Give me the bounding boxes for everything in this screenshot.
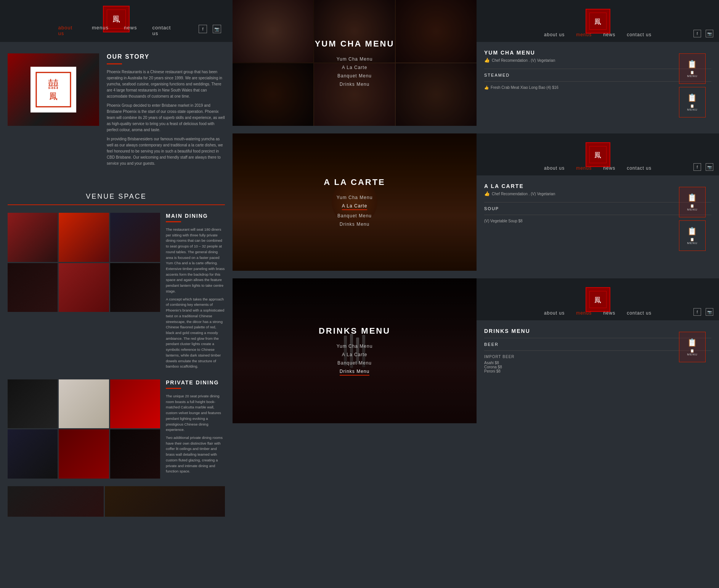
drinks-hero: DRINKS MENU Yum Cha Menu A La Carte Banq…: [233, 278, 477, 423]
alacarte-nav-yumcha[interactable]: Yum Cha Menu: [337, 195, 373, 200]
yumcha-fb-icon[interactable]: f: [693, 30, 701, 37]
drinks-fb-icon[interactable]: f: [693, 308, 701, 316]
left-social-icons: f 📷: [199, 25, 221, 33]
alacarte-rn-contact[interactable]: contact us: [627, 165, 652, 171]
nav-menus[interactable]: menus: [92, 25, 109, 36]
dining-img-6: [110, 263, 160, 312]
dining-img-1: [8, 213, 58, 262]
yumcha-ig-icon[interactable]: 📷: [706, 30, 713, 37]
alacarte-ig-icon[interactable]: 📷: [706, 163, 713, 171]
main-dining-content: MAIN DINING The restaurant will seat 180…: [166, 213, 225, 372]
story-content: OUR STORY Phoenix Restaurants is a Chine…: [107, 53, 225, 170]
alacarte-logo: 鳳: [586, 142, 610, 167]
yumcha-logo-icon: 鳳: [589, 13, 607, 30]
drinks-rn-about[interactable]: about us: [544, 310, 565, 316]
menu-card-1[interactable]: 📋 MENU: [679, 53, 706, 84]
alacarte-card-2[interactable]: 📋 MENU: [679, 220, 706, 251]
venue-section: VENUE SPACE MAIN DINING The restaurant w…: [0, 181, 233, 524]
dining-img-4: [8, 263, 58, 312]
menu-card-1-label: MENU: [687, 74, 698, 78]
drinks-category: BEER: [484, 342, 711, 347]
alacarte-menu-icons: 📋 MENU 📋 MENU: [679, 187, 706, 251]
alacarte-nav-drinks[interactable]: Drinks Menu: [340, 222, 369, 227]
drinks-right-social: f 📷: [693, 308, 713, 316]
private-img-1: [8, 379, 58, 429]
drinks-nav-banquet[interactable]: Banquet Menu: [337, 360, 372, 366]
alacarte-panel: A LA CARTE Yum Cha Menu A La Carte Banqu…: [233, 133, 719, 271]
main-dining-heading: MAIN DINING: [166, 213, 225, 219]
alacarte-card-1[interactable]: 📋 MENU: [679, 187, 706, 217]
drinks-nav-alacarte[interactable]: A La Carte: [342, 352, 368, 357]
story-logo: 囍 鳳: [30, 67, 76, 112]
left-panel: 鳳 about us menus news contact us f 📷: [0, 0, 233, 588]
story-para-3: In providing Brisbanesiders our famous m…: [107, 136, 225, 167]
alacarte-rn-about[interactable]: about us: [544, 165, 565, 171]
left-nav: about us menus news contact us: [58, 25, 175, 36]
story-para-1: Phoenix Restaurants is a Chinese restaur…: [107, 69, 225, 100]
alacarte-content-title: A LA CARTE: [484, 183, 677, 189]
drinks-nav-yumcha[interactable]: Yum Cha Menu: [337, 344, 373, 349]
yumcha-rn-contact[interactable]: contact us: [627, 32, 652, 37]
alacarte-rn-menus[interactable]: menus: [576, 165, 592, 171]
drinks-nav-drinks[interactable]: Drinks Menu: [340, 369, 369, 376]
alacarte-item: (V) Vegetable Soup $8: [484, 219, 711, 223]
svg-text:鳳: 鳳: [594, 151, 601, 159]
drinks-ig-icon[interactable]: 📷: [706, 308, 713, 316]
yumcha-nav-drinks[interactable]: Drinks Menu: [340, 82, 369, 87]
private-img-5: [59, 429, 109, 479]
drinks-rn-contact[interactable]: contact us: [627, 310, 652, 316]
yumcha-rn-menus[interactable]: menus: [576, 32, 592, 37]
private-img-4: [8, 429, 58, 479]
drinks-hero-title: DRINKS MENU: [319, 326, 390, 336]
story-logo-icon: 囍 鳳: [34, 71, 72, 109]
alacarte-item-text: (V) Vegetable Soup $8: [484, 219, 523, 223]
main-dining-divider: [166, 221, 181, 222]
yumcha-nav-yumcha[interactable]: Yum Cha Menu: [337, 56, 373, 62]
private-dining-row: PRIVATE DINING The unique 20 seat privat…: [8, 379, 225, 479]
instagram-icon[interactable]: 📷: [213, 25, 221, 33]
private-dining-heading: PRIVATE DINING: [166, 379, 225, 386]
alacarte-content: A LA CARTE 👍 Chef Recomendation . (V) Ve…: [477, 175, 719, 271]
drinks-rn-menus[interactable]: menus: [576, 310, 592, 316]
drinks-card-1-icon: 📋: [690, 349, 695, 353]
drinks-logo-icon: 鳳: [589, 291, 607, 308]
dining-img-5: [59, 263, 109, 312]
nav-contact[interactable]: contact us: [152, 25, 174, 36]
yumcha-nav-alacarte[interactable]: A La Carte: [342, 65, 368, 70]
dining-img-2: [59, 213, 109, 262]
menu-card-2[interactable]: 📋 MENU: [679, 87, 706, 117]
drinks-item-3: Peroni $8: [484, 369, 711, 373]
yumcha-menu-icons: 📋 MENU 📋 MENU: [679, 53, 706, 117]
yumcha-hero-title: YUM CHA MENU: [315, 39, 395, 49]
right-panel: YUM CHA MENU Yum Cha Menu A La Carte Ban…: [233, 0, 719, 588]
private-dining-images: [8, 379, 160, 479]
drinks-content: DRINKS MENU 📋 MENU BEER IMPORT BEER Asah…: [477, 320, 719, 423]
alacarte-card-2-label: MENU: [687, 241, 698, 245]
yumcha-rn-about[interactable]: about us: [544, 32, 565, 37]
yumcha-rn-news[interactable]: news: [603, 32, 615, 37]
alacarte-nav-alacarte[interactable]: A La Carte: [342, 203, 368, 210]
alacarte-nav-banquet[interactable]: Banquet Menu: [337, 213, 372, 218]
menu-card-1-icon: 📋: [690, 71, 695, 74]
nav-news[interactable]: news: [124, 25, 137, 36]
yumcha-item-text: Fresh Crab Meat Xiao Long Bao (4) $16: [491, 85, 559, 90]
svg-text:鳳: 鳳: [49, 92, 58, 101]
drinks-subcategory: IMPORT BEER: [484, 355, 711, 359]
nav-about[interactable]: about us: [58, 25, 77, 36]
bottom-img-1: [8, 486, 104, 517]
alacarte-fb-icon[interactable]: f: [693, 163, 701, 171]
alacarte-divider: [484, 202, 711, 202]
yumcha-content: YUM CHA MENU 👍 Chef Recomendation . (V) …: [477, 42, 719, 126]
facebook-icon[interactable]: f: [199, 25, 207, 33]
drinks-item-1-text: Asahi $8: [484, 361, 499, 365]
drinks-divider2: [484, 350, 711, 351]
drinks-card-1[interactable]: 📋 MENU: [679, 332, 706, 362]
alacarte-right-header: 鳳 about us menus news contact us f 📷: [477, 133, 719, 175]
venue-heading: VENUE SPACE: [8, 189, 225, 205]
alacarte-hero-title: A LA CARTE: [324, 177, 385, 187]
drinks-rn-news[interactable]: news: [603, 310, 615, 316]
alacarte-rn-news[interactable]: news: [603, 165, 615, 171]
alacarte-hero: A LA CARTE Yum Cha Menu A La Carte Banqu…: [233, 133, 477, 271]
yumcha-nav-banquet[interactable]: Banquet Menu: [337, 73, 372, 79]
drinks-divider: [484, 338, 711, 338]
